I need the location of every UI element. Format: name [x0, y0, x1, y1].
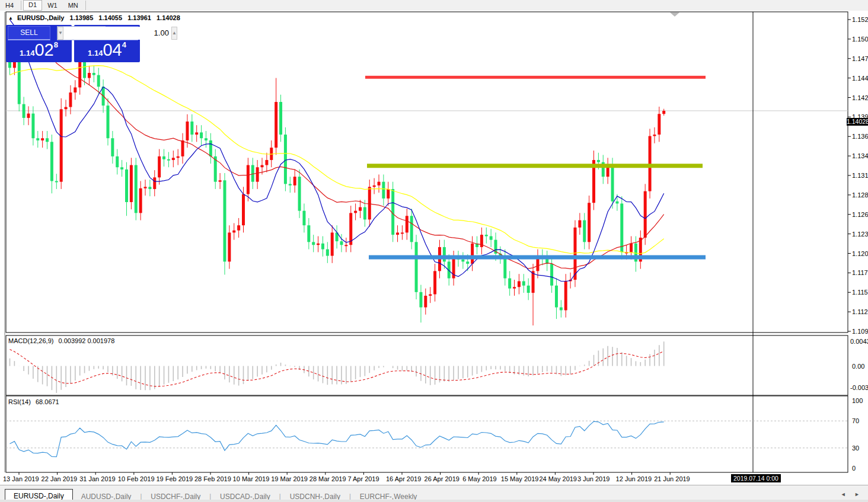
candle-body [429, 295, 432, 296]
candle-body [69, 92, 72, 107]
time-axis-label: 19 Feb 2019 [156, 475, 193, 482]
chart-canvas[interactable] [0, 11, 868, 485]
rsi-axis-label: 100 [852, 397, 863, 404]
bottom-strip [0, 500, 868, 502]
candle-body [466, 261, 469, 264]
timeframe-button-h4[interactable]: H4 [0, 0, 19, 11]
sell-price-display: 1.14028 [6, 40, 72, 60]
horizontal-line-object[interactable] [369, 255, 706, 260]
volume-input[interactable] [63, 27, 171, 40]
time-axis-label: 31 Jan 2019 [79, 475, 116, 482]
ohlc-close: 1.14028 [157, 14, 180, 21]
candle-body [433, 271, 436, 294]
candle-body [256, 167, 259, 181]
buy-price-big: 04 [103, 40, 122, 59]
time-axis-label: 26 Apr 2019 [425, 475, 459, 482]
price-axis-label: 1.11255 [852, 308, 868, 315]
tab-scroll-arrows[interactable]: ◄ ► [841, 491, 863, 497]
candle-body [242, 194, 245, 226]
candle-body [261, 165, 264, 168]
price-axis-label: 1.10990 [852, 328, 868, 335]
candle-body [139, 188, 142, 213]
time-axis-label: 22 Jan 2019 [42, 475, 78, 482]
price-axis-label: 1.12330 [852, 231, 868, 238]
panel-border [6, 335, 848, 395]
volume-increase-button[interactable]: ▲ [171, 27, 177, 40]
time-axis-label: 10 Mar 2019 [233, 475, 270, 482]
timeframe-button-w1[interactable]: W1 [42, 0, 63, 11]
candle-body [302, 211, 305, 225]
candle-body [527, 286, 530, 293]
candle-body [237, 225, 240, 231]
timeframe-toolbar: H4 D1 W1 MN [0, 0, 868, 11]
price-axis-label: 1.11525 [852, 289, 868, 296]
timeframe-button-mn[interactable]: MN [63, 0, 84, 11]
candle-body [485, 235, 488, 236]
candle-body [508, 279, 511, 289]
collapse-triangle-icon[interactable]: ▲ [8, 15, 13, 21]
horizontal-line-object[interactable] [365, 76, 706, 79]
buy-price-small: 1.14 [88, 49, 103, 57]
vline-date-label: 2019.07.14 0:00 [731, 474, 781, 482]
candle-body [317, 244, 320, 245]
candle-body [284, 135, 287, 184]
candle-body [363, 207, 366, 220]
candle-body [130, 165, 133, 202]
macd-axis-label: 0.004359 [850, 338, 868, 345]
volume-widget: ▼ ▲ [57, 26, 106, 40]
candle-body [158, 156, 161, 178]
candle-body [74, 88, 76, 93]
candle-body [532, 271, 535, 293]
candle-body [368, 187, 371, 219]
sell-price-small: 1.14 [20, 49, 34, 57]
candle-body [573, 228, 576, 280]
volume-decrease-button[interactable]: ▼ [58, 27, 63, 40]
candle-body [232, 231, 235, 233]
candle-body [522, 281, 525, 285]
candle-body [354, 211, 357, 213]
candle-body [344, 245, 347, 246]
candle-body [597, 160, 600, 162]
one-click-trading-panel: SELL 1.14028 BUY 1.14044 ▼ ▲ [6, 25, 140, 62]
price-axis-label: 1.12600 [852, 211, 868, 218]
candle-body [382, 182, 385, 199]
candle-body [46, 138, 49, 142]
candle-body [92, 73, 95, 75]
rsi-value: 68.0671 [36, 398, 59, 405]
candle-body [18, 62, 21, 104]
candle-body [401, 232, 404, 234]
candle-body [55, 181, 58, 182]
candle-body [65, 107, 68, 110]
horizontal-line-object[interactable] [367, 164, 703, 168]
sell-button[interactable]: SELL [8, 26, 50, 40]
candle-body [588, 203, 591, 242]
price-axis-label: 1.14210 [852, 94, 868, 101]
macd-values: 0.003992 0.001978 [58, 337, 114, 344]
candle-body [461, 260, 464, 262]
candle-body [326, 250, 329, 256]
price-axis-label: 1.13135 [852, 172, 868, 179]
chart-shift-marker-icon[interactable] [670, 12, 679, 17]
candle-body [153, 177, 156, 189]
ohlc-low: 1.13961 [127, 14, 151, 21]
candle-body [88, 73, 91, 78]
candle-body [560, 308, 563, 311]
time-axis-label: 13 Jan 2019 [3, 475, 39, 482]
candle-body [378, 182, 381, 186]
candle-body [630, 244, 633, 252]
candle-body [148, 187, 151, 189]
timeframe-button-d1[interactable]: D1 [23, 0, 42, 11]
candle-body [340, 241, 343, 245]
candle-body [41, 138, 44, 140]
candle-body [503, 257, 506, 279]
candle-body [135, 165, 138, 213]
candle-body [615, 202, 618, 204]
time-axis-label: 19 Mar 2019 [271, 475, 308, 482]
chart-window[interactable]: ▲ EURUSD-,Daily 1.13985 1.14055 1.13961 … [0, 11, 868, 485]
sell-price-sup: 8 [54, 40, 58, 49]
candle-body [331, 232, 334, 255]
macd-axis-label: 0.00 [852, 363, 864, 370]
candle-body [265, 160, 268, 165]
candle-body [649, 136, 652, 191]
time-axis-label: 16 Apr 2019 [386, 475, 421, 482]
